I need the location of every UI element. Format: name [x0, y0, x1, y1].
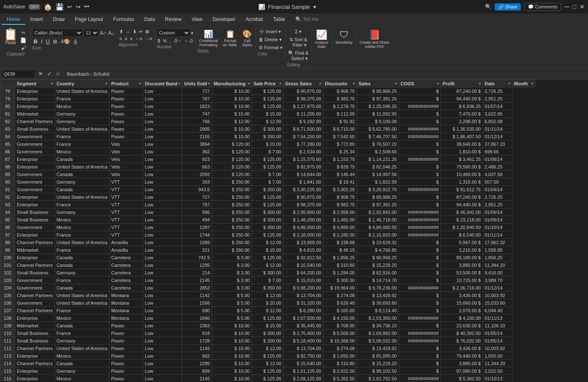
table-cell[interactable]: 10,003.92 — [483, 292, 512, 299]
font-grow-btn[interactable]: A↑ — [100, 29, 107, 37]
table-cell[interactable]: $ 1,01,125.00 — [283, 367, 323, 375]
table-cell[interactable]: $ 12.00 — [252, 345, 283, 352]
table-cell[interactable]: Government — [15, 299, 55, 307]
table-cell[interactable]: $ 5,08,032.00 — [357, 337, 399, 345]
table-cell[interactable]: $ 2,534.00 — [283, 148, 323, 155]
number-format-dropdown[interactable]: ▾ — [191, 31, 193, 35]
tab-table[interactable]: Table — [268, 15, 290, 25]
table-cell[interactable]: $ 97,391.25 — [357, 201, 399, 208]
table-cell[interactable]: $ 34,736.10 — [357, 322, 399, 329]
table-cell[interactable]: $ 350.00 — [252, 224, 283, 231]
table-cell[interactable]: $ 2,92,842.00 — [357, 208, 399, 216]
table-cell[interactable]: $ 125.00 — [252, 155, 283, 163]
table-cell[interactable]: 2,726.25 — [483, 193, 512, 201]
table-cell[interactable]: $ 5,508.00 — [323, 329, 357, 337]
analyze-data-btn[interactable]: 📈 AnalyzeData — [313, 29, 330, 50]
table-cell[interactable]: Low — [143, 292, 182, 299]
table-cell[interactable]: $ 250.00 — [212, 231, 252, 239]
align-middle-btn[interactable]: ↔ — [125, 29, 131, 35]
table-cell[interactable]: $ 908.75 — [323, 87, 357, 95]
table-cell[interactable]: $ 8,280.00 — [283, 307, 323, 314]
table-cell[interactable]: Channel Partners — [15, 118, 55, 125]
table-cell[interactable]: $ 8,114.40 — [357, 307, 399, 314]
table-cell[interactable]: $ 260.00 — [212, 239, 252, 246]
table-cell[interactable]: Low — [143, 118, 182, 125]
table-cell[interactable]: 01/07/14 — [483, 103, 512, 110]
table-cell[interactable]: Paseo — [109, 110, 143, 118]
table-cell[interactable]: $ 77,280.00 — [283, 140, 323, 148]
table-cell[interactable]: 747 — [182, 110, 212, 118]
table-cell[interactable]: $ 10.00 — [212, 337, 252, 345]
table-cell[interactable]: 01/11/14 — [483, 125, 512, 133]
table-cell[interactable]: $ 13,704.00 — [283, 345, 323, 352]
table-cell[interactable]: France — [55, 329, 109, 337]
table-cell[interactable]: ############ — [399, 375, 441, 382]
table-cell[interactable]: $ 12.00 — [252, 239, 283, 246]
table-cell[interactable]: Canada — [55, 254, 109, 261]
table-cell[interactable]: $ 274.08 — [323, 345, 357, 352]
table-cell[interactable]: 79,560.00 $ — [441, 163, 483, 171]
table-cell[interactable]: 662 — [182, 352, 212, 360]
table-cell[interactable]: Germany — [55, 269, 109, 277]
table-cell[interactable]: $ 300.30 — [323, 277, 357, 284]
table-cell[interactable]: Low — [143, 329, 182, 337]
table-cell[interactable]: Low — [143, 110, 182, 118]
table-cell[interactable]: 87,240.00 $ — [441, 87, 483, 95]
table-cell[interactable]: $ 14,497.56 — [357, 171, 399, 178]
table-cell[interactable]: $ 5.00 — [212, 292, 252, 299]
table-cell[interactable]: 2145 — [182, 277, 212, 284]
table-cell[interactable]: 01/11/14 — [483, 231, 512, 239]
table-cell[interactable]: Enterprise — [15, 193, 55, 201]
table-cell[interactable]: 943.5 — [182, 186, 212, 193]
table-cell[interactable]: 494 — [182, 216, 212, 224]
table-cell[interactable]: Paseo — [109, 133, 143, 140]
table-cell[interactable]: Mexico — [55, 103, 109, 110]
table-cell[interactable]: 742.5 — [182, 254, 212, 261]
table-cell[interactable]: $ 5.00 — [212, 299, 252, 307]
table-cell[interactable]: 53,500.00 $ — [441, 269, 483, 277]
table-cell[interactable]: 6,802.08 — [483, 118, 512, 125]
table-cell[interactable]: $ 1,655.00 — [323, 352, 357, 360]
table-cell[interactable]: $ 35,445.00 — [283, 322, 323, 329]
close-button[interactable]: ✕ — [580, 3, 585, 10]
table-cell[interactable]: Germany — [55, 118, 109, 125]
table-cell[interactable]: $ 2,36,716.00 — [441, 284, 483, 292]
table-cell[interactable]: $ 15.00 — [252, 110, 283, 118]
table-cell[interactable]: 787 — [182, 201, 212, 208]
table-cell[interactable]: Germany — [55, 337, 109, 345]
table-cell[interactable]: $ 5,362.50 — [441, 375, 483, 382]
table-cell[interactable]: $ 4,889.50 — [323, 224, 357, 231]
table-cell[interactable]: 01/12/14 — [483, 133, 512, 140]
table-cell[interactable]: Carretera — [109, 254, 143, 261]
table-cell[interactable]: Low — [143, 277, 182, 284]
table-cell[interactable]: $ 125.00 — [252, 375, 283, 382]
table-cell[interactable]: 10,725.00 $ — [441, 277, 483, 284]
table-cell[interactable]: 01/09/14 — [483, 216, 512, 224]
table-cell[interactable]: $ 90,875.00 — [283, 193, 323, 201]
table-cell[interactable]: $ 10.00 — [212, 367, 252, 375]
table-cell[interactable]: $ 90,956.25 — [357, 254, 399, 261]
table-cell[interactable]: 3864 — [182, 140, 212, 148]
table-cell[interactable]: Mexico — [55, 352, 109, 360]
table-cell[interactable]: ############ — [399, 329, 441, 337]
font-size-select[interactable]: 11 — [84, 29, 99, 37]
format-cells-btn[interactable]: ⚙ Format ▾ — [258, 45, 284, 51]
table-cell[interactable]: Montana — [109, 292, 143, 299]
table-cell[interactable]: 507.59 — [483, 178, 512, 186]
table-cell[interactable]: $ 1,86,407.50 — [441, 133, 483, 140]
table-cell[interactable]: $ 46,342.00 — [441, 208, 483, 216]
table-cell[interactable]: 1823 — [182, 103, 212, 110]
decrease-decimal-btn[interactable]: .0→ — [172, 38, 182, 44]
table-cell[interactable]: $ 15,015.00 — [283, 277, 323, 284]
table-cell[interactable]: $ 250.00 — [212, 201, 252, 208]
increase-decimal-btn[interactable]: ←.0 — [184, 38, 194, 44]
tab-review[interactable]: Review — [160, 15, 186, 25]
table-cell[interactable]: Low — [143, 186, 182, 193]
table-cell[interactable]: Low — [143, 337, 182, 345]
table-cell[interactable]: Channel Partners — [15, 307, 55, 314]
table-cell[interactable]: Montana — [109, 307, 143, 314]
table-cell[interactable]: $ 1,15,375.00 — [283, 155, 323, 163]
table-cell[interactable]: VTT — [109, 208, 143, 216]
table-cell[interactable]: 3,885.00 $ — [441, 261, 483, 269]
table-cell[interactable]: $ 10.00 — [212, 360, 252, 367]
